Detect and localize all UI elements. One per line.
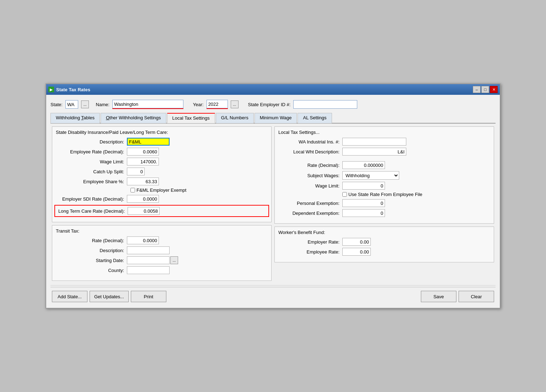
right-wage-limit-row: Wage Limit:	[278, 182, 490, 190]
catch-up-row: Catch Up Split:	[56, 168, 268, 175]
window-title: State Tax Rates	[56, 87, 90, 92]
year-label: Year:	[193, 102, 204, 107]
transit-rate-label: Rate (Decimal):	[56, 238, 127, 243]
transit-section: Transit Tax: Rate (Decimal): Description…	[52, 225, 272, 281]
close-button[interactable]: ✕	[490, 86, 498, 93]
description-label: Description:	[56, 139, 127, 145]
sdi-section-title: State Disability Insurance/Paid Leave/Lo…	[56, 130, 268, 135]
personal-exemption-input[interactable]	[342, 199, 385, 207]
state-browse-button[interactable]: ...	[81, 100, 89, 108]
title-bar-left: ▶ State Tax Rates	[48, 87, 90, 92]
maximize-button[interactable]: □	[481, 86, 489, 93]
window-body: State: ... Name: Year: ... State Employe…	[46, 95, 500, 308]
year-underline	[207, 100, 228, 109]
employee-rate-row: Employee Rate (Decimal):	[56, 148, 268, 156]
tab-al-settings[interactable]: AL Settings	[298, 113, 332, 123]
get-updates-button[interactable]: Get Updates...	[90, 291, 129, 302]
description-row: Description:	[56, 138, 268, 146]
tab-min-wage[interactable]: Minimum Wage	[255, 113, 297, 123]
exempt-checkbox[interactable]	[130, 188, 135, 192]
employer-sdi-input[interactable]	[127, 195, 159, 203]
use-state-rate-checkbox[interactable]	[342, 192, 347, 197]
subject-wages-select[interactable]: Withholding All Wages None	[342, 171, 399, 180]
catch-up-label: Catch Up Split:	[56, 169, 127, 174]
workers-benefit-section: Worker's Benefit Fund: Employer Rate: Em…	[274, 227, 494, 262]
name-input[interactable]	[112, 100, 183, 108]
bottom-left-buttons: Add State... Get Updates... Print	[52, 291, 166, 302]
wb-employer-rate-label: Employer Rate:	[278, 239, 342, 245]
rate-decimal-label: Rate (Decimal):	[278, 163, 342, 168]
starting-date-label: Starting Date:	[56, 258, 127, 263]
personal-exemption-label: Personal Exemption:	[278, 201, 342, 206]
transit-description-row: Description:	[56, 246, 268, 254]
title-bar: ▶ State Tax Rates – □ ✕	[46, 84, 500, 95]
left-panel: State Disability Insurance/Paid Leave/Lo…	[52, 126, 272, 281]
employee-share-row: Employee Share %:	[56, 178, 268, 185]
year-input[interactable]	[207, 100, 228, 108]
long-term-input[interactable]	[128, 207, 160, 215]
name-label: Name:	[96, 102, 109, 107]
rate-decimal-input[interactable]	[342, 161, 385, 169]
wage-limit-input[interactable]	[127, 158, 159, 165]
bottom-separator	[50, 285, 496, 285]
wa-ind-input[interactable]	[342, 138, 406, 146]
transit-description-input[interactable]	[127, 246, 170, 254]
employee-share-input[interactable]	[127, 178, 159, 185]
tab-bar: Withholding Tables Other Withholding Set…	[50, 113, 496, 124]
tab-min-wage-label: Minimum Wage	[260, 115, 292, 120]
subject-wages-row: Subject Wages: Withholding All Wages Non…	[278, 171, 490, 180]
wb-employer-rate-input[interactable]	[342, 238, 371, 246]
right-wage-limit-label: Wage Limit:	[278, 183, 342, 189]
state-label: State:	[50, 102, 63, 107]
catch-up-input[interactable]	[127, 168, 145, 175]
local-tax-section: Local Tax Settings... WA Industrial Ins.…	[274, 126, 494, 224]
personal-exemption-row: Personal Exemption:	[278, 199, 490, 207]
tab-local-tax[interactable]: Local Tax Settings	[167, 113, 215, 123]
name-underline	[112, 100, 183, 109]
tab-gl-numbers-label: G/L Numbers	[221, 115, 248, 120]
right-wage-limit-input[interactable]	[342, 182, 385, 190]
starting-date-browse-button[interactable]: ...	[170, 256, 178, 264]
local-tax-section-title: Local Tax Settings...	[278, 130, 490, 135]
employer-sdi-row: Employer SDI Rate (Decimal):	[56, 195, 268, 203]
employer-id-input[interactable]	[293, 100, 357, 109]
employee-rate-label: Employee Rate (Decimal):	[56, 149, 127, 154]
rate-decimal-row: Rate (Decimal):	[278, 161, 490, 169]
tab-other-withholding[interactable]: Other Withholding Settings	[101, 113, 166, 123]
dependent-exemption-input[interactable]	[342, 209, 385, 217]
wa-ind-row: WA Industrial Ins. #:	[278, 138, 490, 146]
year-browse-button[interactable]: ...	[231, 100, 239, 108]
add-state-button[interactable]: Add State...	[52, 291, 87, 302]
clear-button[interactable]: Clear	[459, 291, 494, 302]
wa-ind-label: WA Industrial Ins. #:	[278, 139, 342, 145]
state-input[interactable]	[65, 100, 78, 109]
starting-date-input[interactable]	[127, 256, 170, 264]
long-term-label: Long Term Care Rate (Decimal):	[57, 208, 128, 214]
save-button[interactable]: Save	[421, 291, 456, 302]
exempt-label: F&ML Employer Exempt	[136, 187, 186, 193]
description-input[interactable]	[127, 138, 170, 146]
tab-other-withholding-label: Other Withholding Settings	[106, 115, 161, 120]
tab-withholding-tables[interactable]: Withholding Tables	[50, 113, 100, 123]
print-button[interactable]: Print	[131, 291, 166, 302]
employee-share-label: Employee Share %:	[56, 179, 127, 184]
sdi-section: State Disability Insurance/Paid Leave/Lo…	[52, 126, 272, 222]
subject-wages-label: Subject Wages:	[278, 173, 342, 178]
use-state-rate-row: Use State Rate From Employee File	[278, 192, 490, 197]
county-input[interactable]	[127, 266, 170, 274]
transit-rate-input[interactable]	[127, 236, 159, 244]
employer-sdi-label: Employer SDI Rate (Decimal):	[56, 196, 127, 202]
main-window: ▶ State Tax Rates – □ ✕ State: ... Name:…	[46, 83, 500, 309]
transit-section-title: Transit Tax:	[56, 228, 268, 234]
wb-employee-rate-row: Employee Rate:	[278, 248, 490, 256]
starting-date-row: Starting Date: ...	[56, 256, 268, 264]
workers-benefit-title: Worker's Benefit Fund:	[278, 230, 490, 235]
local-wht-input[interactable]	[342, 148, 406, 156]
county-label: County:	[56, 268, 127, 273]
bottom-right-buttons: Save Clear	[421, 291, 494, 302]
bottom-bar: Add State... Get Updates... Print Save C…	[50, 287, 496, 304]
tab-gl-numbers[interactable]: G/L Numbers	[216, 113, 254, 123]
wb-employee-rate-input[interactable]	[342, 248, 371, 256]
minimize-button[interactable]: –	[473, 86, 481, 93]
employee-rate-input[interactable]	[127, 148, 159, 156]
